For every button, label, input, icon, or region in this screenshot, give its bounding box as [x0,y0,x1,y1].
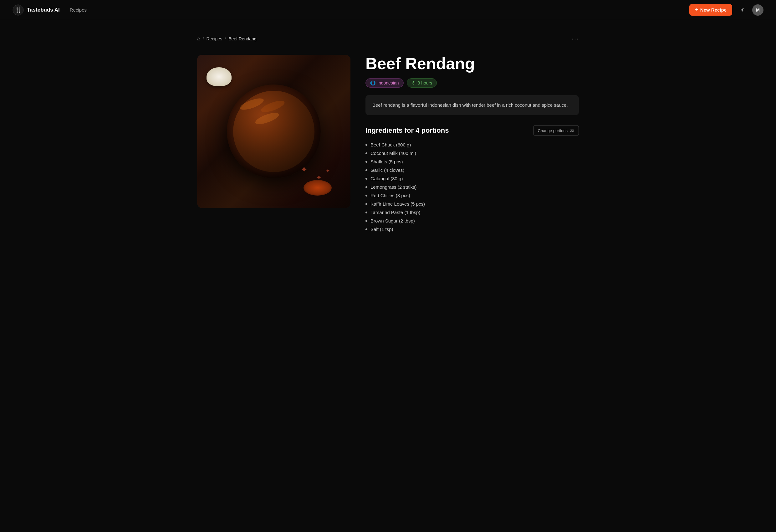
main-content: ⌂ / Recipes / Beef Rendang ··· ✦ ✦ ✦ [185,20,591,247]
ingredient-bullet [366,220,367,222]
time-icon: ⏱ [411,80,416,85]
spice-star-1: ✦ [301,164,308,175]
new-recipe-button[interactable]: + New Recipe [689,4,732,16]
svg-text:🍴: 🍴 [15,6,22,13]
list-item: Tamarind Paste (1 tbsp) [366,210,579,215]
ingredient-text: Salt (1 tsp) [371,226,393,232]
list-item: Beef Chuck (600 g) [366,142,579,147]
time-label: 3 hours [418,80,432,85]
ingredient-text: Kaffir Lime Leaves (5 pcs) [371,201,425,206]
breadcrumb: ⌂ / Recipes / Beef Rendang ··· [197,35,579,42]
breadcrumb-home-icon[interactable]: ⌂ [197,36,200,42]
ingredient-bullet [366,144,367,146]
nav-recipes[interactable]: Recipes [70,7,87,12]
logo-icon: 🍴 [12,4,24,16]
list-item: Salt (1 tsp) [366,226,579,232]
list-item: Galangal (30 g) [366,176,579,181]
theme-toggle-button[interactable]: ☀ [737,4,748,16]
ingredient-text: Red Chilies (3 pcs) [371,193,410,198]
list-item: Coconut Milk (400 ml) [366,151,579,156]
ingredient-text: Garlic (4 cloves) [371,167,404,173]
header-left: 🍴 Tastebuds AI Recipes [12,4,87,16]
list-item: Shallots (5 pcs) [366,159,579,164]
ingredient-bullet [366,203,367,205]
breadcrumb-sep-1: / [203,36,204,41]
recipe-description: Beef rendang is a flavorful Indonesian d… [366,95,579,115]
change-portions-label: Change portions [538,128,568,133]
ingredient-text: Lemongrass (2 stalks) [371,184,417,190]
sun-icon: ☀ [740,7,745,13]
scale-icon: ⚖ [570,128,574,133]
app-name: Tastebuds AI [27,7,60,13]
breadcrumb-current-page: Beef Rendang [228,36,256,41]
recipe-layout: ✦ ✦ ✦ Beef Rendang 🌐 Indonesian ⏱ 3 hour… [197,55,579,232]
spice-star-3: ✦ [326,167,330,174]
time-tag: ⏱ 3 hours [407,78,437,87]
recipe-tags: 🌐 Indonesian ⏱ 3 hours [366,78,579,87]
ingredient-bullet [366,169,367,171]
ingredient-text: Shallots (5 pcs) [371,159,403,164]
ingredients-title: Ingredients for 4 portions [366,127,449,135]
spices-scatter: ✦ ✦ ✦ [301,164,338,189]
ingredient-text: Beef Chuck (600 g) [371,142,411,147]
breadcrumb-sep-2: / [225,36,226,41]
ingredient-bullet [366,186,367,188]
ingredients-list: Beef Chuck (600 g)Coconut Milk (400 ml)S… [366,142,579,232]
header: 🍴 Tastebuds AI Recipes + New Recipe ☀ M [0,0,776,20]
header-right: + New Recipe ☀ M [689,4,764,16]
recipe-image: ✦ ✦ ✦ [197,55,351,208]
breadcrumb-recipes-link[interactable]: Recipes [206,36,222,41]
ingredient-bullet [366,152,367,154]
ingredient-text: Tamarind Paste (1 tbsp) [371,210,420,215]
ingredient-bullet [366,178,367,180]
recipe-info: Beef Rendang 🌐 Indonesian ⏱ 3 hours Beef… [366,55,579,232]
ingredient-bullet [366,228,367,230]
cuisine-label: Indonesian [377,80,399,85]
ingredients-section: Ingredients for 4 portions Change portio… [366,125,579,232]
ingredient-text: Brown Sugar (2 tbsp) [371,218,415,223]
recipe-title: Beef Rendang [366,55,579,72]
breadcrumb-more-options[interactable]: ··· [572,35,579,42]
new-recipe-label: New Recipe [700,7,727,12]
ingredient-bullet [366,195,367,196]
ingredient-text: Coconut Milk (400 ml) [371,151,416,156]
ingredient-bullet [366,211,367,213]
list-item: Brown Sugar (2 tbsp) [366,218,579,223]
logo-area: 🍴 Tastebuds AI [12,4,60,16]
rice-bowl-visual [206,67,231,86]
ingredients-header: Ingredients for 4 portions Change portio… [366,125,579,136]
list-item: Kaffir Lime Leaves (5 pcs) [366,201,579,206]
list-item: Lemongrass (2 stalks) [366,184,579,190]
ingredient-text: Galangal (30 g) [371,176,403,181]
list-item: Red Chilies (3 pcs) [366,193,579,198]
spice-star-2: ✦ [316,174,322,182]
change-portions-button[interactable]: Change portions ⚖ [533,125,579,136]
cuisine-tag: 🌐 Indonesian [366,78,404,87]
list-item: Garlic (4 cloves) [366,167,579,173]
recipe-image-placeholder: ✦ ✦ ✦ [197,55,351,208]
ingredient-bullet [366,161,367,163]
avatar[interactable]: M [752,4,764,16]
cuisine-icon: 🌐 [370,80,376,85]
new-recipe-plus-icon: + [695,7,699,13]
